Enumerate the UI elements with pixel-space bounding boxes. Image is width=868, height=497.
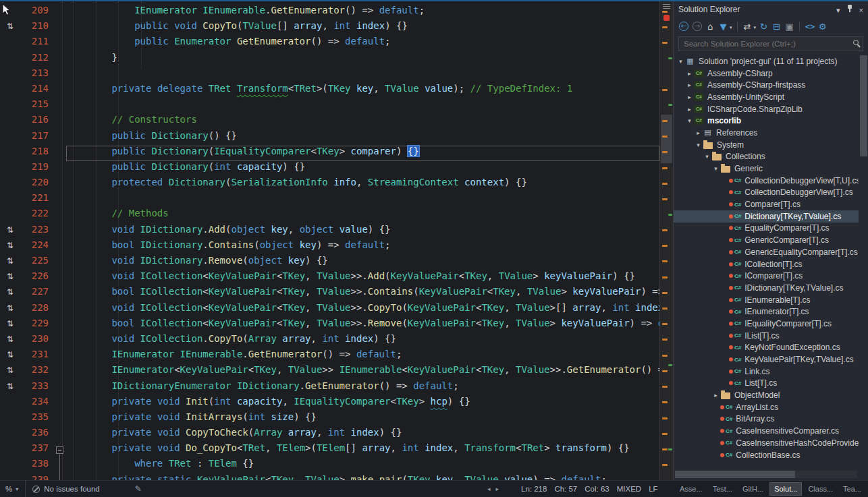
close-icon[interactable]: × bbox=[859, 6, 863, 14]
tool-window-tab[interactable]: Tea... bbox=[839, 482, 865, 496]
breakpoint-gutter-cell[interactable]: ⇅ bbox=[0, 270, 20, 286]
breakpoint-gutter-cell[interactable] bbox=[0, 52, 20, 67]
tree-item[interactable]: C#KeyNotFoundException.cs bbox=[674, 342, 859, 354]
code-line[interactable]: IEnumerator IEnumerable.GetEnumerator() … bbox=[66, 5, 659, 20]
breakpoint-gutter-cell[interactable] bbox=[0, 411, 20, 427]
code-line[interactable]: private delegate TRet Transform<TRet>(TK… bbox=[66, 83, 659, 98]
code-line[interactable]: protected Dictionary(SerializationInfo i… bbox=[66, 177, 659, 192]
panel-vertical-scrollbar-thumb[interactable] bbox=[860, 55, 867, 156]
tree-item[interactable]: C#GenericComparer[T].cs bbox=[674, 234, 859, 246]
collapsed-arrow-icon[interactable]: ▸ bbox=[711, 392, 720, 399]
breakpoint-gutter-cell[interactable]: ⇅ bbox=[0, 302, 20, 318]
tree-item[interactable]: ▸C#Assembly-CSharp bbox=[674, 67, 859, 80]
search-box[interactable] bbox=[678, 36, 863, 51]
panel-horizontal-scrollbar[interactable] bbox=[675, 471, 857, 478]
tree-item[interactable]: C#Link.cs bbox=[674, 366, 859, 378]
view-code-icon[interactable]: <> bbox=[803, 21, 816, 32]
breakpoint-gutter-cell[interactable] bbox=[0, 130, 20, 146]
breakpoint-gutter-cell[interactable] bbox=[0, 36, 20, 51]
breakpoint-gutter-cell[interactable]: ⇅ bbox=[0, 318, 20, 333]
code-line[interactable]: // Constructors bbox=[66, 114, 659, 129]
zoom-control[interactable]: % ▾ bbox=[5, 485, 18, 493]
scroll-left-icon[interactable]: ◂ bbox=[487, 486, 491, 492]
tree-item[interactable]: C#ICollection[T].cs bbox=[674, 258, 859, 270]
breakpoint-gutter-cell[interactable] bbox=[0, 396, 20, 411]
splitter-grip-icon[interactable] bbox=[663, 4, 670, 9]
tree-item[interactable]: C#IEnumerable[T].cs bbox=[674, 294, 859, 306]
tree-item[interactable]: C#IComparer[T].cs bbox=[674, 270, 859, 282]
code-line[interactable]: private void InitArrays(int size) {} bbox=[66, 411, 659, 427]
code-line[interactable]: } bbox=[66, 52, 659, 67]
breakpoint-gutter-cell[interactable] bbox=[0, 474, 20, 480]
code-line[interactable]: void IDictionary.Add(object key, object … bbox=[66, 224, 659, 239]
code-line[interactable]: private void Do_CopyTo<TRet, TElem>(TEle… bbox=[66, 442, 659, 458]
code-line[interactable]: void ICollection<KeyValuePair<TKey, TVal… bbox=[66, 270, 659, 286]
tree-item[interactable]: C#CollectionBase.cs bbox=[674, 449, 859, 461]
tree-item[interactable]: C#BitArray.cs bbox=[674, 413, 859, 426]
tree-item[interactable]: ▾Generic bbox=[674, 163, 859, 175]
breakpoint-gutter-cell[interactable]: ⇅ bbox=[0, 333, 20, 349]
code-text-area[interactable]: IEnumerator IEnumerable.GetEnumerator() … bbox=[66, 1, 659, 480]
expanded-arrow-icon[interactable]: ▾ bbox=[711, 165, 720, 172]
code-line[interactable]: private static KeyValuePair<TKey, TValue… bbox=[66, 474, 659, 480]
collapsed-arrow-icon[interactable]: ▸ bbox=[685, 82, 694, 88]
editor-vertical-scrollbar[interactable] bbox=[659, 1, 673, 480]
code-line[interactable]: // Methods bbox=[66, 208, 659, 223]
code-line[interactable]: where TRet : TElem {} bbox=[66, 458, 659, 473]
code-line[interactable]: void IDictionary.Remove(object key) {} bbox=[66, 255, 659, 270]
breakpoint-gutter-cell[interactable] bbox=[0, 177, 20, 192]
breakpoint-gutter-cell[interactable]: ⇅ bbox=[0, 364, 20, 380]
tool-window-tab[interactable]: Class... bbox=[804, 482, 837, 496]
column-indicator[interactable]: Col: 63 bbox=[585, 485, 609, 493]
properties-icon[interactable]: ▣ bbox=[783, 21, 796, 32]
breakpoint-gutter-cell[interactable]: ⇅ bbox=[0, 349, 20, 364]
tool-window-tab[interactable]: Asse... bbox=[676, 482, 707, 496]
navigate-back-icon[interactable]: ← bbox=[679, 22, 688, 31]
editor-horizontal-scrollbar[interactable]: ◂ ▸ bbox=[487, 481, 499, 497]
breakpoint-gutter-cell[interactable]: ⇅ bbox=[0, 20, 20, 36]
collapsed-arrow-icon[interactable]: ▸ bbox=[685, 94, 694, 100]
tree-item[interactable]: ▸ObjectModel bbox=[674, 389, 859, 401]
sync-with-active-document-icon[interactable]: ⇄ bbox=[741, 21, 754, 32]
tree-item[interactable]: ▾▦Solution 'project-gui' (11 of 11 proje… bbox=[674, 55, 859, 67]
code-line[interactable] bbox=[66, 192, 659, 208]
refresh-icon[interactable]: ↻ bbox=[757, 21, 770, 32]
tree-item[interactable]: ▾Collections bbox=[674, 151, 859, 163]
breakpoint-gutter-cell[interactable] bbox=[0, 67, 20, 83]
breakpoint-gutter-cell[interactable] bbox=[0, 208, 20, 223]
search-input[interactable] bbox=[678, 36, 863, 51]
tool-window-tab[interactable]: Test... bbox=[709, 482, 736, 496]
outlining-margin[interactable] bbox=[55, 1, 66, 480]
code-line[interactable]: IEnumerator<KeyValuePair<TKey, TValue>> … bbox=[66, 364, 659, 380]
tree-item[interactable]: C#Comparer[T].cs bbox=[674, 198, 859, 210]
tree-item[interactable]: C#CaseInsensitiveComparer.cs bbox=[674, 425, 859, 437]
tree-item[interactable]: C#IDictionary[TKey,TValue].cs bbox=[674, 282, 859, 294]
code-editor[interactable]: ⇅⇅⇅⇅⇅⇅⇅⇅⇅⇅⇅⇅ 209210211212213214215216217… bbox=[0, 1, 673, 480]
tree-item[interactable]: C#IList[T].cs bbox=[674, 330, 859, 342]
line-ending-indicator[interactable]: LF bbox=[649, 485, 657, 493]
options-wrench-icon[interactable]: ⚙ bbox=[816, 21, 829, 32]
code-line[interactable]: IDictionaryEnumerator IDictionary.GetEnu… bbox=[66, 380, 659, 396]
expanded-arrow-icon[interactable]: ▾ bbox=[703, 153, 711, 160]
code-line[interactable]: public Dictionary() {} bbox=[66, 130, 659, 146]
tool-window-tab[interactable]: Solut... bbox=[769, 482, 802, 496]
code-line[interactable]: public Dictionary(int capacity) {} bbox=[66, 161, 659, 177]
tree-item[interactable]: C#IEqualityComparer[T].cs bbox=[674, 318, 859, 330]
panel-horizontal-scrollbar-thumb[interactable] bbox=[675, 471, 795, 478]
code-line[interactable]: bool IDictionary.Contains(object key) =>… bbox=[66, 239, 659, 255]
tree-item[interactable]: C#GenericEqualityComparer[T].cs bbox=[674, 246, 859, 258]
breakpoint-gutter-cell[interactable] bbox=[0, 192, 20, 208]
home-icon[interactable]: ⌂ bbox=[704, 21, 717, 32]
solution-tree[interactable]: ▾▦Solution 'project-gui' (11 of 11 proje… bbox=[674, 55, 859, 468]
tree-item[interactable]: C#KeyValuePair[TKey,TValue].cs bbox=[674, 353, 859, 366]
breakpoint-gutter-cell[interactable] bbox=[0, 427, 20, 442]
breakpoint-gutter-cell[interactable]: ⇅ bbox=[0, 380, 20, 396]
tree-item[interactable]: ▾System bbox=[674, 139, 859, 151]
glyph-margin[interactable]: ⇅⇅⇅⇅⇅⇅⇅⇅⇅⇅⇅⇅ bbox=[0, 1, 20, 480]
tree-item[interactable]: C#CollectionDebuggerView[T].cs bbox=[674, 187, 859, 199]
pending-changes-filter-icon[interactable]: ▼ bbox=[717, 21, 730, 32]
tree-item[interactable]: ▸C#Assembly-UnityScript bbox=[674, 91, 859, 103]
code-line[interactable]: private void Init(int capacity, IEqualit… bbox=[66, 396, 659, 411]
code-line[interactable]: public void CopyTo(TValue[] array, int i… bbox=[66, 20, 659, 36]
collapsed-arrow-icon[interactable]: ▸ bbox=[685, 106, 694, 113]
